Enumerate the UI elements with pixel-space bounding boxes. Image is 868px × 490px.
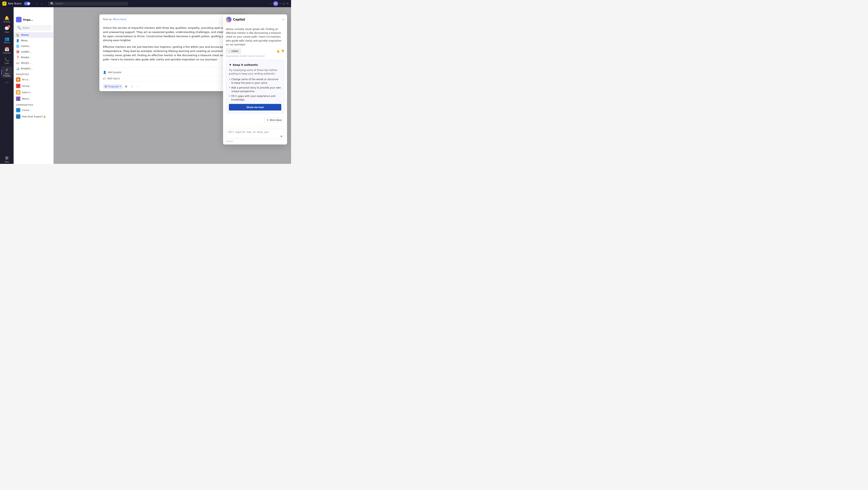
authentic-tip-1: Change some of the words or structure to…: [229, 77, 281, 85]
sidebar-item-activity[interactable]: 🔔 Activity: [1, 14, 12, 24]
copilot-logo: [226, 17, 231, 22]
char-count: 0/2000: [226, 140, 284, 142]
women-label: Wome…: [22, 98, 31, 100]
apps-label: Apps: [5, 161, 9, 163]
copilot-header: Copilot ×: [223, 14, 287, 25]
add-topics-row[interactable]: 🏷 Add topics: [103, 75, 242, 82]
search-input[interactable]: [55, 2, 126, 5]
sidebar-nav-mona[interactable]: 👤 Mona: [13, 38, 53, 43]
communities-nav-label: Comm…: [21, 45, 31, 47]
chat-label: Chat: [5, 31, 9, 33]
authentic-tip-2: Add a personal story to provide your own…: [229, 86, 281, 93]
calendar-label: Calendar: [3, 52, 11, 54]
sidebar-nav-analytics[interactable]: 📊 Analytic…: [13, 66, 53, 71]
sidebar-nav-home[interactable]: 🏠 Home: [13, 32, 53, 38]
sidebar-community-all-company[interactable]: 📋 All co…: [13, 76, 53, 83]
app-logo: T: [2, 2, 6, 6]
add-people-icon: 👤: [103, 71, 106, 74]
more-ideas-button[interactable]: ✦ More ideas: [264, 118, 284, 123]
authentic-card-header: ✦ Keep it authentic: [229, 63, 281, 67]
apps-icon: ⊞: [5, 156, 9, 160]
sidebar-item-apps[interactable]: ⊞ Apps: [1, 154, 12, 164]
mona-nav-label: Mona: [21, 39, 28, 42]
analytics-nav-icon: 📊: [16, 67, 20, 70]
copilot-input-area: ➤ 0/2000: [223, 127, 287, 144]
post-paragraph-1: Unlock the secrets of impactful mentors …: [103, 26, 242, 42]
sidebar-item-chat[interactable]: 💬 1 Chat: [1, 25, 12, 34]
toggle-switch[interactable]: [24, 2, 30, 5]
copilot-header-left: Copilot: [226, 17, 245, 22]
viva-engage-icon: ⚡: [5, 68, 8, 72]
format-dropdown[interactable]: 🖼 Paragraph ▾: [103, 84, 123, 89]
sidebar-nav-answers[interactable]: ❓ Answe…: [13, 55, 53, 60]
added-button[interactable]: ✓ Added: [226, 48, 241, 54]
sidebar-nav-communities[interactable]: 🌐 Comm…: [13, 43, 53, 49]
copilot-generated-text: where curiosity never grows old. Finding…: [226, 27, 284, 46]
sidebar-search-input[interactable]: [22, 27, 50, 29]
maximize-button[interactable]: □: [283, 2, 285, 5]
close-button[interactable]: ✕: [287, 2, 289, 5]
help-desk-label: Help Desk Support 🔒: [22, 115, 46, 118]
sidebar-community-sales[interactable]: 📈 Sales h…: [13, 89, 53, 96]
sidebar-community-giving[interactable]: ❤️ Giving…: [13, 83, 53, 89]
sidebar-item-calendar[interactable]: 📅 Calendar: [1, 45, 12, 55]
sidebar-nav-storyline[interactable]: 📖 Storyli…: [13, 60, 53, 66]
add-people-row[interactable]: 👤 Add people: [103, 69, 242, 75]
back-button[interactable]: ‹: [35, 2, 39, 6]
post-as-name[interactable]: Mona Kane: [113, 18, 126, 21]
sales-label: Sales h…: [22, 91, 32, 94]
search-icon: 🔍: [50, 2, 54, 6]
bold-button[interactable]: B: [124, 84, 129, 89]
thumbs-up-icon[interactable]: 👍: [276, 50, 280, 53]
sidebar-community-connect[interactable]: 🔵 Conne…: [13, 107, 53, 113]
sidebar-community-women[interactable]: 👤 Wome…: [13, 96, 53, 102]
sidebar-item-teams[interactable]: 👥 Teams: [1, 35, 12, 45]
title-bar: T New Teams ‹ › 🔍 ··· MK ─ □ ✕: [0, 0, 291, 7]
thumbs-down-icon[interactable]: 👎: [281, 50, 284, 53]
minimize-button[interactable]: ─: [280, 2, 281, 5]
post-as-line: Post as: Mona Kane: [103, 18, 126, 21]
chevron-down-icon: ▾: [120, 85, 121, 88]
post-text[interactable]: Unlock the secrets of impactful mentors …: [103, 26, 242, 62]
sidebar-item-viva-engage[interactable]: ⚡ Viva Engage: [1, 66, 12, 78]
sidebar-search-icon: 🔍: [17, 26, 21, 30]
more-options-icon[interactable]: ···: [269, 2, 272, 5]
show-me-how-button[interactable]: Show me how: [229, 104, 281, 110]
favorites-section-label: Favorites: [13, 71, 53, 76]
sparkle-icon: ✦: [267, 119, 269, 122]
italic-button[interactable]: I: [130, 84, 134, 89]
user-avatar[interactable]: MK: [273, 1, 278, 6]
answers-nav-label: Answe…: [21, 56, 31, 59]
sidebar-nav-leadership[interactable]: 🎯 Leader…: [13, 49, 53, 55]
sidebar-header: Enga…: [13, 14, 53, 24]
active-indicator: [1, 70, 2, 74]
title-search-bar[interactable]: 🔍: [48, 2, 128, 6]
sidebar-title: Enga…: [23, 18, 33, 21]
forward-button[interactable]: ›: [40, 2, 43, 6]
sidebar-item-calls[interactable]: 📞 Calls: [1, 56, 12, 66]
copilot-close-button[interactable]: ×: [282, 18, 284, 21]
sidebar-item-more[interactable]: ···: [1, 79, 12, 86]
calls-icon: 📞: [4, 57, 9, 62]
teams-label: Teams: [4, 41, 9, 43]
more-formatting-button[interactable]: ···: [135, 84, 140, 89]
connect-icon: 🔵: [16, 108, 21, 112]
check-icon: ✓: [228, 50, 230, 53]
copilot-input[interactable]: [226, 129, 284, 139]
add-people-label: Add people: [108, 71, 122, 74]
activity-label: Activity: [3, 21, 10, 23]
add-topics-label: Add topics: [107, 77, 120, 80]
window-controls: ─ □ ✕: [280, 2, 289, 5]
sidebar-search[interactable]: 🔍: [16, 25, 51, 31]
sales-icon: 📈: [16, 90, 21, 95]
engage-logo: [16, 17, 22, 22]
leadership-nav-label: Leader…: [21, 51, 32, 53]
sidebar-community-help-desk[interactable]: 🟦 Help Desk Support 🔒: [13, 113, 53, 120]
copilot-title: Copilot: [233, 18, 245, 21]
copilot-send-button[interactable]: ➤: [280, 134, 283, 138]
send-icon: ➤: [280, 134, 283, 138]
authentic-icon: ✦: [229, 63, 231, 67]
nav-buttons: ‹ ›: [35, 2, 43, 6]
authentic-tip-3: Fill in gaps with your experience and kn…: [229, 94, 281, 101]
authentic-title: Keep it authentic: [233, 63, 258, 66]
